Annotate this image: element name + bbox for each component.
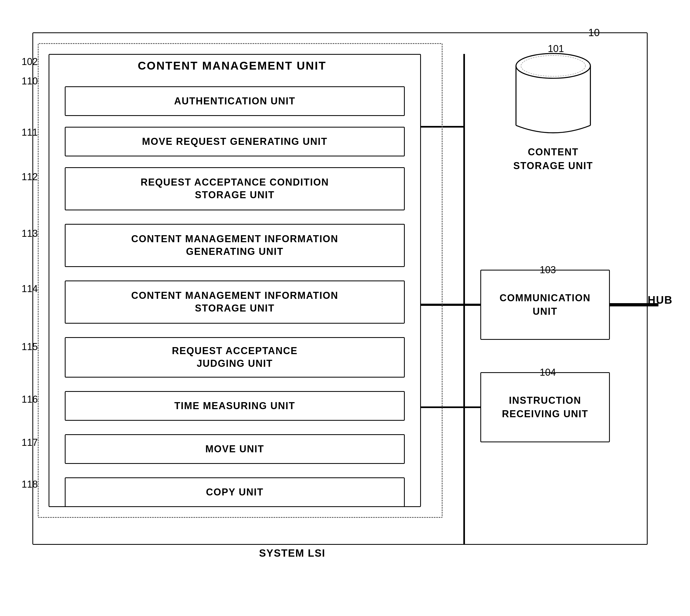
ref-118: 118 [22, 479, 38, 490]
ref-115: 115 [22, 341, 38, 352]
ref-114: 114 [22, 283, 38, 294]
diagram-container: 10 SYSTEM LSI CONTENT MANAGEMENT UNIT AU… [16, 22, 672, 588]
move-unit-label: MOVE UNIT [206, 443, 264, 456]
request-acceptance-condition-box: REQUEST ACCEPTANCE CONDITIONSTORAGE UNIT [65, 167, 405, 211]
content-mgmt-info-storage-label: CONTENT MANAGEMENT INFORMATIONSTORAGE UN… [131, 289, 338, 315]
ref-116: 116 [22, 394, 38, 405]
content-mgmt-info-generating-label: CONTENT MANAGEMENT INFORMATIONGENERATING… [131, 233, 338, 258]
copy-unit-label: COPY UNIT [206, 486, 263, 499]
ref-112: 112 [22, 171, 38, 182]
ref-101: 101 [548, 43, 564, 54]
ref-117: 117 [22, 437, 38, 448]
content-mgmt-info-storage-box: CONTENT MANAGEMENT INFORMATIONSTORAGE UN… [65, 281, 405, 324]
request-acceptance-judging-label: REQUEST ACCEPTANCEJUDGING UNIT [172, 345, 298, 370]
authentication-unit-box: AUTHENTICATION UNIT [65, 86, 405, 116]
ref-103: 103 [540, 264, 556, 276]
time-measuring-unit-label: TIME MEASURING UNIT [174, 400, 295, 412]
content-mgmt-info-generating-box: CONTENT MANAGEMENT INFORMATIONGENERATING… [65, 224, 405, 267]
content-management-unit-title: CONTENT MANAGEMENT UNIT [70, 59, 394, 72]
instruction-receiving-unit-box: INSTRUCTIONRECEIVING UNIT [480, 372, 610, 442]
authentication-unit-label: AUTHENTICATION UNIT [174, 95, 295, 108]
request-acceptance-judging-box: REQUEST ACCEPTANCEJUDGING UNIT [65, 337, 405, 378]
ref-113: 113 [22, 228, 38, 239]
content-storage-label: CONTENTSTORAGE UNIT [513, 146, 593, 173]
request-acceptance-condition-label: REQUEST ACCEPTANCE CONDITIONSTORAGE UNIT [141, 176, 329, 201]
ref-111: 111 [22, 127, 38, 138]
system-lsi-label: SYSTEM LSI [259, 548, 325, 559]
content-storage-cylinder [510, 48, 596, 143]
copy-unit-box: COPY UNIT [65, 477, 405, 507]
communication-unit-label: COMMUNICATIONUNIT [499, 291, 590, 318]
move-request-unit-box: MOVE REQUEST GENERATING UNIT [65, 127, 405, 156]
instruction-receiving-unit-label: INSTRUCTIONRECEIVING UNIT [502, 394, 588, 421]
ref-104: 104 [540, 367, 556, 378]
hub-label: HUB [648, 294, 673, 306]
move-request-unit-label: MOVE REQUEST GENERATING UNIT [142, 135, 327, 148]
svg-point-10 [516, 53, 590, 78]
time-measuring-unit-box: TIME MEASURING UNIT [65, 391, 405, 421]
ref-110: 110 [22, 75, 38, 87]
ref-102: 102 [22, 56, 38, 67]
communication-unit-box: COMMUNICATIONUNIT [480, 270, 610, 340]
content-storage-area: CONTENTSTORAGE UNIT [480, 48, 626, 173]
move-unit-box: MOVE UNIT [65, 434, 405, 464]
